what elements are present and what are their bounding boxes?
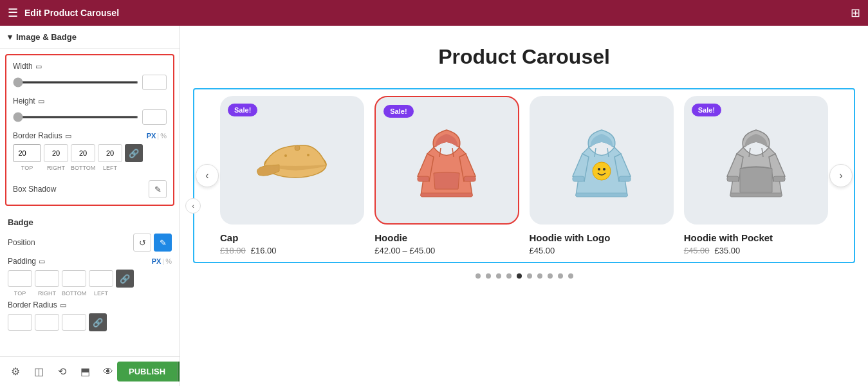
carousel-next-button[interactable]: › — [829, 164, 853, 187]
product-image-box-cap[interactable]: Sale! — [220, 96, 364, 225]
monitor-icon-width: ▭ — [35, 62, 42, 71]
padding-link-btn[interactable]: 🔗 — [116, 270, 134, 288]
bottom-toolbar: ⚙ ◫ ⟲ ⬒ 👁 PUBLISH ▾ — [0, 356, 180, 386]
sidebar-collapse-handle[interactable]: ‹ — [185, 198, 201, 214]
border-radius-inputs: 🔗 — [13, 144, 167, 162]
svg-point-1 — [295, 145, 300, 151]
product-prices-hoodie-logo: £45.00 — [530, 246, 674, 255]
width-input[interactable] — [142, 75, 167, 90]
layers-tool-icon[interactable]: ◫ — [30, 363, 48, 381]
padding-px-label[interactable]: PX — [152, 257, 162, 265]
padding-left-input[interactable] — [89, 270, 113, 287]
dot-3[interactable] — [496, 273, 501, 279]
publish-button[interactable]: PUBLISH — [117, 362, 177, 381]
product-name-hoodie-pocket: Hoodie with Pocket — [684, 232, 828, 243]
dot-10[interactable] — [568, 273, 573, 279]
br-label-bottom: BOTTOM — [71, 165, 95, 171]
product-name-cap: Cap — [220, 232, 364, 243]
svg-rect-15 — [773, 176, 785, 181]
monitor-icon-padding: ▭ — [39, 257, 45, 266]
padding-bottom-input[interactable] — [62, 270, 86, 287]
padding-px-toggle: PX | % — [152, 257, 172, 265]
badge-section: Badge Position ↺ ✎ Padding ▭ PX | % — [0, 211, 180, 340]
width-slider[interactable] — [13, 81, 138, 84]
dot-5[interactable] — [517, 273, 522, 279]
price-original-hoodie-pocket: £45.00 — [684, 246, 710, 255]
padding-header: Padding ▭ PX | % — [8, 257, 172, 266]
product-name-hoodie-logo: Hoodie with Logo — [530, 232, 674, 243]
dot-4[interactable] — [506, 273, 512, 279]
padding-right-input[interactable] — [35, 270, 59, 287]
box-shadow-label: Box Shadow — [13, 185, 56, 194]
padding-label: Padding ▭ — [8, 257, 45, 266]
border-radius-control-row: Border Radius ▭ PX | % — [13, 131, 167, 140]
dot-8[interactable] — [548, 273, 553, 279]
border-radius-right-input[interactable] — [44, 144, 68, 162]
box-shadow-edit-btn[interactable]: ✎ — [149, 180, 167, 198]
br-labels: TOP RIGHT BOTTOM LEFT — [13, 165, 167, 171]
box-shadow-row: Box Shadow ✎ — [13, 176, 167, 198]
eye-tool-icon[interactable]: 👁 — [99, 363, 117, 381]
br2-link-btn[interactable]: 🔗 — [89, 313, 107, 331]
br2-bottom-input[interactable] — [62, 314, 86, 331]
product-prices-hoodie-pocket: £45.00 £35.00 — [684, 246, 828, 255]
border-radius-link-btn[interactable]: 🔗 — [125, 144, 143, 162]
top-bar-title: Edit Product Carousel — [24, 8, 119, 18]
svg-rect-11 — [573, 176, 584, 181]
border-radius2-inputs-row: 🔗 — [8, 313, 172, 331]
width-slider-row — [13, 75, 167, 90]
dot-7[interactable] — [537, 273, 542, 279]
carousel-prev-button[interactable]: ‹ — [196, 164, 219, 187]
product-prices-cap: £18.00 £16.00 — [220, 246, 364, 255]
width-label: Width ▭ — [13, 62, 42, 71]
padding-top-input[interactable] — [8, 270, 32, 287]
position-icons: ↺ ✎ — [133, 234, 172, 252]
monitor-icon-br: ▭ — [65, 132, 71, 140]
product-card-hoodie-logo: Hoodie with Logo £45.00 — [530, 96, 674, 255]
product-carousel-wrapper: Product Carousel ‹ › Sale! — [180, 26, 868, 386]
price-sale-hoodie-pocket: £35.00 — [715, 246, 741, 255]
cap-svg — [254, 131, 331, 189]
border-radius-left-input[interactable] — [98, 144, 122, 162]
grid-icon[interactable]: ⊞ — [851, 6, 860, 20]
product-image-box-hoodie[interactable]: Sale! — [374, 96, 519, 225]
price-original-cap: £18.00 — [220, 246, 246, 255]
svg-point-10 — [603, 168, 605, 170]
sidebar-bottom: ⚙ ◫ ⟲ ⬒ 👁 PUBLISH ▾ — [0, 356, 180, 386]
carousel-outer: ‹ › Sale! — [193, 88, 855, 263]
height-control-row: Height ▭ — [13, 96, 167, 106]
height-input[interactable] — [142, 109, 167, 125]
product-name-hoodie: Hoodie — [374, 232, 519, 243]
px-label[interactable]: PX — [147, 132, 156, 140]
price-only-hoodie-logo: £45.00 — [530, 246, 555, 255]
br-label-top: TOP — [13, 165, 41, 171]
pad-label-bottom: BOTTOM — [62, 290, 86, 297]
bottom-tools: ⚙ ◫ ⟲ ⬒ 👁 — [6, 363, 117, 381]
position-edit-btn[interactable]: ✎ — [154, 234, 172, 252]
responsive-tool-icon[interactable]: ⬒ — [76, 363, 94, 381]
product-card-cap: Sale! — [220, 96, 364, 255]
dot-6[interactable] — [527, 273, 532, 279]
border-radius-top-input[interactable] — [13, 144, 41, 162]
product-image-box-hoodie-pocket[interactable]: Sale! — [684, 96, 828, 225]
position-row: Position ↺ ✎ — [8, 234, 172, 252]
hamburger-icon[interactable]: ☰ — [8, 6, 18, 20]
position-reset-btn[interactable]: ↺ — [133, 234, 151, 252]
border-radius-bottom-input[interactable] — [71, 144, 95, 162]
product-image-box-hoodie-logo[interactable] — [530, 96, 674, 225]
svg-rect-5 — [464, 176, 476, 181]
history-tool-icon[interactable]: ⟲ — [53, 363, 71, 381]
br2-top-input[interactable] — [8, 314, 32, 331]
percent-label[interactable]: % — [160, 132, 167, 140]
gear-tool-icon[interactable]: ⚙ — [6, 363, 24, 381]
border-radius2-header: Border Radius ▭ — [8, 300, 172, 309]
content-area: ‹ Product Carousel ‹ › Sale! — [180, 26, 868, 386]
dot-2[interactable] — [486, 273, 491, 279]
br2-right-input[interactable] — [35, 314, 59, 331]
dot-9[interactable] — [558, 273, 563, 279]
padding-percent-label[interactable]: % — [165, 257, 172, 265]
pad-label-right: RIGHT — [35, 290, 59, 297]
height-slider[interactable] — [13, 116, 138, 118]
badge-section-title: Badge — [8, 217, 172, 227]
dot-1[interactable] — [476, 273, 481, 279]
